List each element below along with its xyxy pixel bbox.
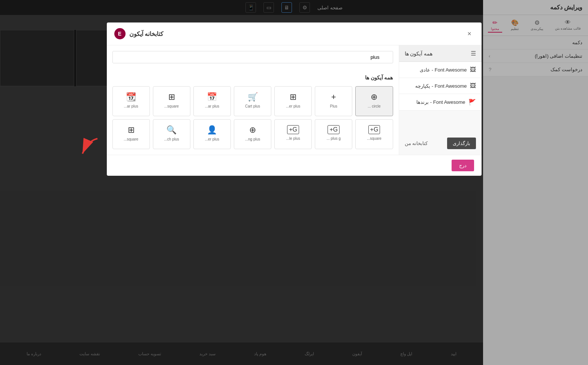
close-icon: × <box>467 30 471 38</box>
my-library-link[interactable]: کتابخانه من <box>405 141 428 146</box>
icon-item-search-plus[interactable]: 🔍 ...ch plus <box>153 119 190 149</box>
modal-title: کتابخانه آیکون <box>129 30 163 37</box>
icon-label-square-plus: ...square <box>156 104 187 108</box>
cart-plus-icon: 🛒 <box>248 92 258 102</box>
er-plus-icon: ⊞ <box>290 92 296 102</box>
icon-item-er-plus[interactable]: ⊞ ...er plus <box>274 86 312 116</box>
icon-label-ar-plus-2: ...ar plus <box>116 104 147 108</box>
fa-brands-icon: 🚩 <box>468 99 476 106</box>
upload-button[interactable]: بارگذاری <box>447 138 476 149</box>
modal-overlay: × کتابخانه آیکون E 🔍 همه آیکون ها <box>0 0 588 365</box>
icon-item-ar-plus-1[interactable]: 📅 ...ar plus <box>193 86 231 116</box>
library-section-title: همه آیکون ها <box>405 51 433 57</box>
modal-title-area: کتابخانه آیکون E <box>114 28 163 39</box>
elementor-letter: E <box>118 31 121 37</box>
icon-label-g-square: ...square <box>359 136 389 141</box>
fa-brands-label: Font Awesome - برندها <box>405 99 465 105</box>
search-wrapper: 🔍 <box>112 51 393 69</box>
library-item-normal[interactable]: 🖼 Font Awesome - عادی <box>399 62 482 78</box>
insert-button[interactable]: درج <box>452 160 474 171</box>
fa-normal-label: Font Awesome - عادی <box>405 67 467 73</box>
icon-label-sq-plus-2: ...square <box>116 137 147 141</box>
icon-item-cart-plus[interactable]: 🛒 Cart plus <box>234 86 271 116</box>
icon-label-plus: Plus <box>318 104 349 108</box>
icon-label-er-plus: ...er plus <box>278 104 308 108</box>
library-footer: بارگذاری کتابخانه من <box>399 132 482 155</box>
all-icons-title: همه آیکون ها <box>112 75 393 81</box>
fa-integrated-label: Font Awesome - یکپارچه <box>405 83 467 89</box>
ng-plus-icon: ⊕ <box>249 125 256 135</box>
fa-normal-icon: 🖼 <box>470 66 476 73</box>
search-input[interactable] <box>112 51 393 63</box>
icon-label-cart-plus: Cart plus <box>237 104 268 108</box>
ar-plus-1-icon: 📅 <box>207 92 217 102</box>
library-section-header: ☰ همه آیکون ها <box>399 45 482 62</box>
filter-icon[interactable]: ☰ <box>471 50 476 57</box>
icon-item-circle[interactable]: ⊕ ... circle <box>355 86 393 116</box>
fa-integrated-icon: 🖼 <box>470 82 476 89</box>
library-panel: ☰ همه آیکون ها 🖼 Font Awesome - عادی 🖼 F… <box>399 45 482 155</box>
sq-plus-2-icon: ⊞ <box>128 125 135 135</box>
icon-item-square-plus[interactable]: ⊞ ...square <box>153 86 190 116</box>
search-plus-icon: 🔍 <box>166 125 177 135</box>
icon-item-ar-plus-2[interactable]: 📆 ...ar plus <box>112 86 150 116</box>
icon-label-user-plus: ...er plus <box>197 137 227 141</box>
g-square-icon: G+ <box>368 125 380 134</box>
plus-icon: + <box>331 92 336 102</box>
close-button[interactable]: × <box>465 29 474 38</box>
icon-item-user-plus[interactable]: 👤 ...er plus <box>193 119 231 149</box>
icon-library-modal: × کتابخانه آیکون E 🔍 همه آیکون ها <box>107 22 482 176</box>
icon-item-plus-g[interactable]: G+ ... plus g <box>315 119 352 149</box>
icon-label-plus-g: ... plus g <box>318 136 349 141</box>
library-spacer <box>399 111 482 132</box>
elementor-logo: E <box>114 28 126 39</box>
modal-body: 🔍 همه آیکون ها ⊕ ... circle + Plus <box>107 45 482 155</box>
le-plus-icon: G+ <box>287 125 299 134</box>
icon-item-plus[interactable]: + Plus <box>315 86 352 116</box>
library-item-integrated[interactable]: 🖼 Font Awesome - یکپارچه <box>399 78 482 94</box>
icon-label-le-plus: ...le plus <box>278 136 308 141</box>
icon-item-sq-plus-2[interactable]: ⊞ ...square <box>112 119 150 149</box>
ar-plus-2-icon: 📆 <box>126 92 136 102</box>
icon-item-g-square[interactable]: G+ ...square <box>355 119 393 149</box>
icon-label-ng-plus: ...ng plus <box>237 137 268 141</box>
icon-label-search-plus: ...ch plus <box>156 137 187 141</box>
library-item-brands[interactable]: 🚩 Font Awesome - برندها <box>399 94 482 111</box>
modal-header: × کتابخانه آیکون E <box>107 22 482 45</box>
icon-panel: 🔍 همه آیکون ها ⊕ ... circle + Plus <box>107 45 399 155</box>
modal-footer: درج <box>107 155 482 176</box>
circle-plus-icon: ⊕ <box>371 92 377 102</box>
red-arrow <box>73 133 103 163</box>
square-plus-icon: ⊞ <box>168 92 175 102</box>
icon-label-circle: ... circle <box>359 104 389 108</box>
icon-item-ng-plus[interactable]: ⊕ ...ng plus <box>234 119 271 149</box>
icon-label-ar-plus-1: ...ar plus <box>197 104 227 108</box>
icon-grid: ⊕ ... circle + Plus ⊞ ...er plus 🛒 Cart … <box>112 86 393 149</box>
icon-item-le-plus[interactable]: G+ ...le plus <box>274 119 312 149</box>
plus-g-icon: G+ <box>328 125 340 134</box>
user-plus-icon: 👤 <box>207 125 217 135</box>
